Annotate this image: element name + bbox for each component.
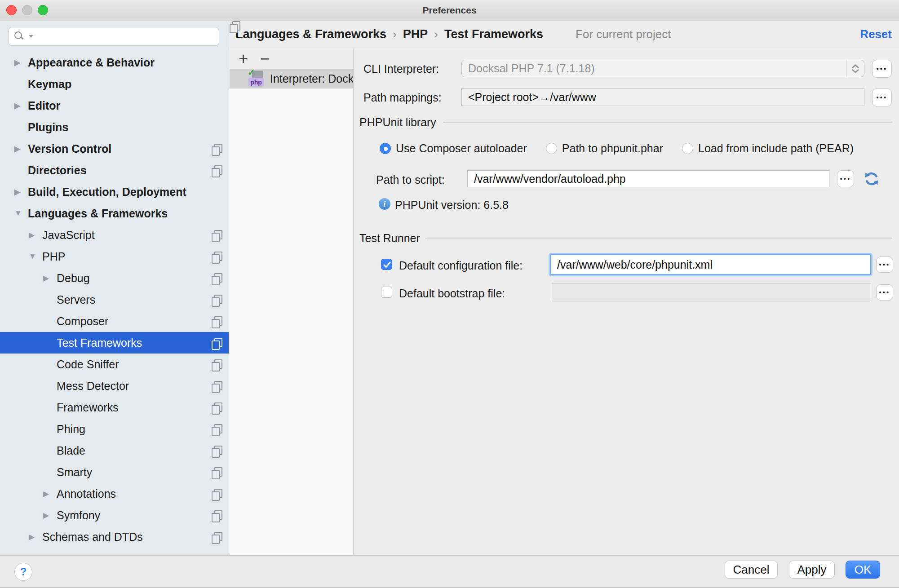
sidebar-item-test-frameworks[interactable]: Test Frameworks <box>0 332 229 354</box>
sidebar-item-label: Mess Detector <box>57 380 129 393</box>
sidebar-item-appearance-behavior[interactable]: ▶Appearance & Behavior <box>0 52 229 73</box>
reset-link[interactable]: Reset <box>860 27 892 41</box>
sidebar-item-label: Code Sniffer <box>57 358 119 371</box>
default-bootstrap-file-checkbox[interactable] <box>381 287 392 298</box>
sidebar-item-symfony[interactable]: ▶Symfony <box>0 504 229 526</box>
tree-expanded-icon[interactable]: ▼ <box>14 209 28 218</box>
default-configuration-file-label: Default configuration file: <box>399 259 523 272</box>
settings-tree: ▶Appearance & BehaviorKeymap▶EditorPlugi… <box>0 52 229 548</box>
cli-interpreter-stepper[interactable] <box>846 60 864 77</box>
browse-path-mappings-button[interactable]: ••• <box>872 88 892 106</box>
breadcrumb-php[interactable]: PHP <box>403 27 428 41</box>
list-toolbar: + − <box>230 49 353 69</box>
sidebar-item-php[interactable]: ▼PHP <box>0 246 229 267</box>
tree-collapsed-icon[interactable]: ▶ <box>43 489 57 499</box>
tree-collapsed-icon[interactable]: ▶ <box>14 101 28 111</box>
per-project-settings-icon <box>212 381 221 392</box>
default-configuration-file-input-wrap <box>550 254 871 275</box>
tree-collapsed-icon[interactable]: ▶ <box>43 511 57 520</box>
sidebar-item-version-control[interactable]: ▶Version Control <box>0 138 229 159</box>
sidebar-item-label: JavaScript <box>42 229 95 242</box>
per-project-settings-icon <box>212 467 221 478</box>
per-project-settings-icon <box>212 359 221 370</box>
default-bootstrap-file-input[interactable] <box>552 283 870 301</box>
ok-button[interactable]: OK <box>846 561 880 579</box>
tree-collapsed-icon[interactable]: ▶ <box>14 144 28 154</box>
sidebar-item-plugins[interactable]: Plugins <box>0 116 229 138</box>
breadcrumb-header: Languages & Frameworks › PHP › Test Fram… <box>230 21 899 48</box>
sidebar-item-smarty[interactable]: Smarty <box>0 461 229 483</box>
sidebar-item-label: Annotations <box>57 487 116 500</box>
sidebar-item-debug[interactable]: ▶Debug <box>0 267 229 289</box>
browse-default-configuration-button[interactable]: ••• <box>876 256 893 273</box>
sidebar-item-label: Frameworks <box>57 401 119 414</box>
cancel-button[interactable]: Cancel <box>725 561 778 579</box>
sidebar-item-phing[interactable]: Phing <box>0 418 229 440</box>
per-project-settings-icon <box>212 252 221 262</box>
sidebar-item-label: Phing <box>57 423 85 436</box>
tree-expanded-icon[interactable]: ▼ <box>29 252 42 261</box>
browse-default-bootstrap-button[interactable]: ••• <box>876 284 893 301</box>
path-to-script-input[interactable] <box>467 170 829 187</box>
browse-path-to-script-button[interactable]: ••• <box>837 170 854 187</box>
path-mappings-field[interactable]: <Project root>→/var/www <box>461 88 864 106</box>
per-project-settings-icon <box>212 424 221 435</box>
radio-selected-icon[interactable] <box>380 143 391 154</box>
sidebar-item-javascript[interactable]: ▶JavaScript <box>0 224 229 246</box>
sidebar-item-code-sniffer[interactable]: Code Sniffer <box>0 354 229 375</box>
sidebar-item-label: Appearance & Behavior <box>28 56 155 69</box>
breadcrumb-test-frameworks[interactable]: Test Frameworks <box>444 27 543 41</box>
radio-path-to-phpunit-phar[interactable]: Path to phpunit.phar <box>546 142 663 155</box>
test-runner-section-title: Test Runner <box>359 232 420 245</box>
per-project-settings-icon <box>561 29 571 40</box>
add-interpreter-button[interactable]: + <box>239 50 260 68</box>
tree-collapsed-icon[interactable]: ▶ <box>14 187 28 197</box>
per-project-settings-icon <box>212 273 221 284</box>
sidebar-item-annotations[interactable]: ▶Annotations <box>0 483 229 504</box>
tree-collapsed-icon[interactable]: ▶ <box>29 532 42 542</box>
search-icon <box>14 31 28 42</box>
radio-unselected-icon[interactable] <box>546 143 557 154</box>
scope-note-label: For current project <box>576 27 671 41</box>
radio-label: Use Composer autoloader <box>396 142 527 155</box>
sidebar-item-label: Keymap <box>28 78 71 91</box>
tree-collapsed-icon[interactable]: ▶ <box>43 274 57 283</box>
tree-collapsed-icon[interactable]: ▶ <box>29 230 42 240</box>
sidebar-item-build-execution-deployment[interactable]: ▶Build, Execution, Deployment <box>0 181 229 203</box>
sidebar-item-schemas-and-dtds[interactable]: ▶Schemas and DTDs <box>0 526 229 548</box>
help-button[interactable]: ? <box>14 563 32 581</box>
radio-unselected-icon[interactable] <box>682 143 693 154</box>
sidebar-item-keymap[interactable]: Keymap <box>0 73 229 95</box>
radio-use-composer-autoloader[interactable]: Use Composer autoloader <box>380 142 527 155</box>
default-configuration-file-input[interactable] <box>551 255 870 274</box>
per-project-settings-icon <box>212 316 221 327</box>
window-title: Preferences <box>0 5 899 16</box>
sidebar-item-frameworks[interactable]: Frameworks <box>0 397 229 418</box>
settings-sidebar: ▶Appearance & BehaviorKeymap▶EditorPlugi… <box>0 21 229 555</box>
sidebar-item-label: Composer <box>57 315 108 328</box>
browse-cli-interpreter-button[interactable]: ••• <box>872 60 892 78</box>
sidebar-item-editor[interactable]: ▶Editor <box>0 95 229 116</box>
cli-interpreter-label: CLI Interpreter: <box>363 62 439 75</box>
cli-interpreter-select[interactable]: Docksal PHP 7.1 (7.1.18) <box>461 60 864 77</box>
reload-phpunit-info-icon[interactable] <box>864 171 880 187</box>
sidebar-item-composer[interactable]: Composer <box>0 310 229 332</box>
search-input[interactable] <box>8 27 219 46</box>
sidebar-item-blade[interactable]: Blade <box>0 440 229 461</box>
sidebar-item-label: Languages & Frameworks <box>28 207 168 220</box>
sidebar-item-mess-detector[interactable]: Mess Detector <box>0 375 229 397</box>
remove-interpreter-button[interactable]: − <box>260 50 282 68</box>
per-project-settings-icon <box>212 338 221 349</box>
tree-collapsed-icon[interactable]: ▶ <box>14 58 28 67</box>
apply-button[interactable]: Apply <box>789 561 835 579</box>
interpreter-list-item[interactable]: ✓ php Interpreter: Dock <box>230 69 353 88</box>
path-mappings-label: Path mappings: <box>363 91 442 104</box>
sidebar-item-directories[interactable]: Directories <box>0 159 229 181</box>
sidebar-item-servers[interactable]: Servers <box>0 289 229 310</box>
per-project-settings-icon <box>212 510 221 521</box>
sidebar-item-languages-frameworks[interactable]: ▼Languages & Frameworks <box>0 203 229 224</box>
search-options-chevron-icon[interactable] <box>29 35 33 38</box>
radio-load-from-include-path-pear[interactable]: Load from include path (PEAR) <box>682 142 854 155</box>
default-configuration-file-checkbox[interactable] <box>381 259 392 270</box>
breadcrumb-languages-frameworks[interactable]: Languages & Frameworks <box>235 27 386 41</box>
